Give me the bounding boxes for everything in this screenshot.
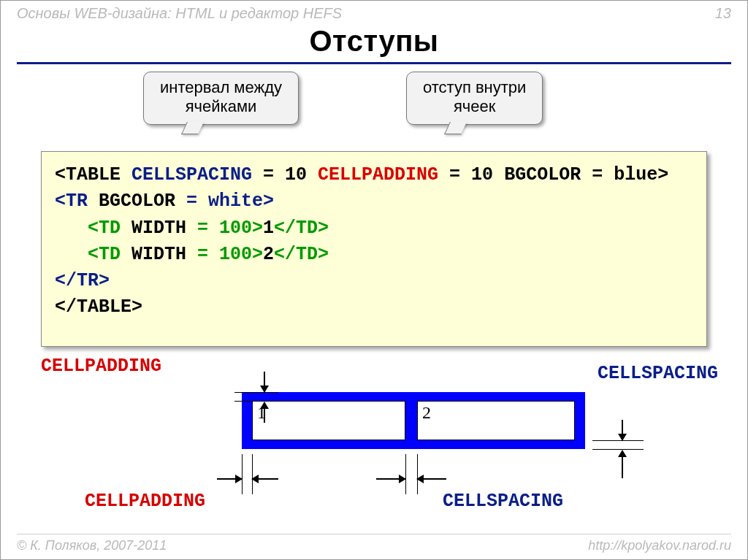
title-divider <box>17 62 731 64</box>
slide-title: Отступы <box>1 25 747 58</box>
callout-cellspacing: интервал между ячейками <box>143 72 299 125</box>
tick-line <box>592 449 644 450</box>
callout-cellpadding: отступ внутри ячеек <box>406 72 543 125</box>
page-number: 13 <box>715 5 731 22</box>
arrow-icon <box>252 478 278 480</box>
arrow-icon <box>217 478 242 480</box>
code-sample: <TABLE CELLSPACING = 10 CELLPADDING = 10… <box>41 151 707 347</box>
label-cellpadding-bottom: CELLPADDING <box>85 491 205 512</box>
course-title: Основы WEB-дизайна: HTML и редактор HEFS <box>17 5 342 22</box>
footer-url: http://kpolyakov.narod.ru <box>588 538 731 553</box>
arrow-icon <box>622 450 623 478</box>
footer-copyright: © К. Поляков, 2007-2011 <box>17 538 167 553</box>
tick-line <box>592 440 644 441</box>
tick-line <box>234 392 278 393</box>
arrow-icon <box>376 478 405 480</box>
footer-divider <box>17 534 731 534</box>
arrow-icon <box>622 420 623 440</box>
diagram: CELLPADDING CELLSPACING CELLPADDING CELL… <box>1 356 747 523</box>
table-visual: 1 2 <box>242 392 585 449</box>
arrow-icon <box>264 372 265 392</box>
label-cellpadding-top: CELLPADDING <box>41 356 161 377</box>
cell-2: 2 <box>417 401 575 440</box>
arrow-icon <box>417 478 446 480</box>
tick-line <box>234 401 278 402</box>
cell-1: 1 <box>252 401 405 440</box>
arrow-icon <box>264 402 265 423</box>
label-cellspacing-bottom: CELLSPACING <box>443 491 563 512</box>
label-cellspacing-top: CELLSPACING <box>598 363 718 384</box>
